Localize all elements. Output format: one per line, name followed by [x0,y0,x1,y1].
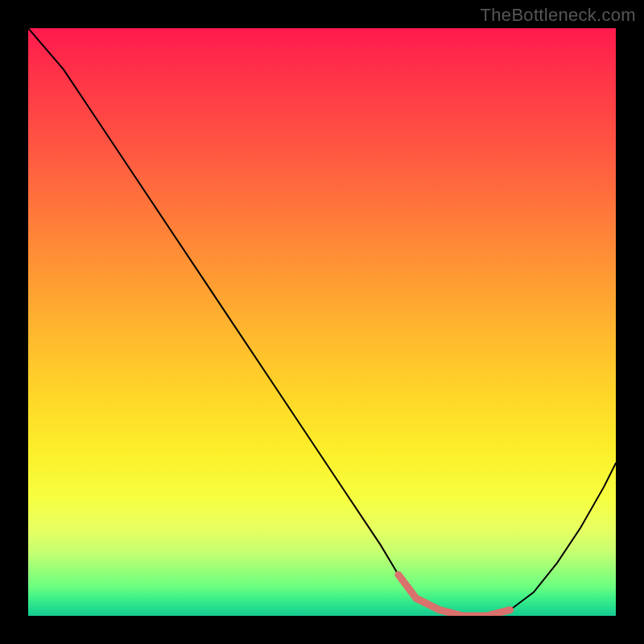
bottleneck-curve [28,28,616,616]
plot-area [28,28,616,616]
plot-inner [28,28,616,616]
curve-svg [28,28,616,616]
minimum-highlight [398,575,510,616]
chart-frame: TheBottleneck.com [0,0,644,644]
watermark-text: TheBottleneck.com [481,5,636,26]
